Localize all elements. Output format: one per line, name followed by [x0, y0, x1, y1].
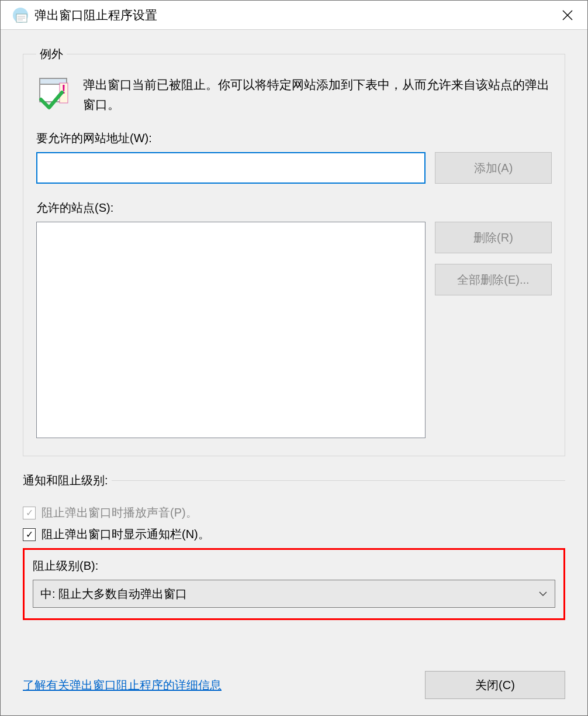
show-notification-bar-checkbox-row[interactable]: ✓ 阻止弹出窗口时显示通知栏(N)。 — [23, 526, 565, 542]
close-button[interactable]: 关闭(C) — [425, 671, 565, 699]
document-check-icon: ! — [36, 75, 71, 110]
exceptions-legend: 例外 — [36, 46, 67, 62]
info-row: ! 弹出窗口当前已被阻止。你可以将特定网站添加到下表中，从而允许来自该站点的弹出… — [36, 75, 552, 114]
play-sound-label: 阻止弹出窗口时播放声音(P)。 — [41, 505, 198, 521]
checkbox-icon: ✓ — [23, 528, 36, 541]
blocking-level-select[interactable]: 中: 阻止大多数自动弹出窗口 — [33, 580, 555, 608]
play-sound-checkbox-row[interactable]: ✓ 阻止弹出窗口时播放声音(P)。 — [23, 505, 565, 521]
exceptions-group: 例外 ! 弹出窗口当前已被阻止。你可以将特定网站添加到下表中，从而允许来自该站点… — [23, 46, 565, 456]
popup-blocker-settings-dialog: 弹出窗口阻止程序设置 例外 ! 弹出窗口当前已被阻止。你可以将特定网站添加到下表… — [0, 0, 588, 716]
address-input-row: 添加(A) — [36, 152, 552, 184]
learn-more-link[interactable]: 了解有关弹出窗口阻止程序的详细信息 — [23, 677, 222, 693]
allowed-sites-row: 删除(R) 全部删除(E)... — [36, 222, 552, 438]
remove-button[interactable]: 删除(R) — [435, 222, 552, 253]
info-text: 弹出窗口当前已被阻止。你可以将特定网站添加到下表中，从而允许来自该站点的弹出窗口… — [83, 75, 552, 114]
close-icon[interactable] — [550, 1, 585, 29]
titlebar: 弹出窗口阻止程序设置 — [1, 1, 587, 30]
blocking-level-highlight: 阻止级别(B): 中: 阻止大多数自动弹出窗口 — [23, 548, 565, 620]
add-button[interactable]: 添加(A) — [435, 152, 552, 184]
notifications-group: 通知和阻止级别: ✓ 阻止弹出窗口时播放声音(P)。 ✓ 阻止弹出窗口时显示通知… — [23, 473, 565, 620]
blocking-level-label: 阻止级别(B): — [33, 558, 555, 574]
app-icon — [12, 7, 29, 23]
dialog-footer: 了解有关弹出窗口阻止程序的详细信息 关闭(C) — [1, 659, 587, 715]
address-label: 要允许的网站地址(W): — [36, 130, 552, 146]
remove-all-button[interactable]: 全部删除(E)... — [435, 264, 552, 295]
dialog-content: 例外 ! 弹出窗口当前已被阻止。你可以将特定网站添加到下表中，从而允许来自该站点… — [1, 30, 587, 659]
blocking-level-value: 中: 阻止大多数自动弹出窗口 — [40, 586, 187, 602]
allowed-sites-label: 允许的站点(S): — [36, 200, 552, 216]
notifications-legend: 通知和阻止级别: — [23, 473, 112, 488]
list-buttons-column: 删除(R) 全部删除(E)... — [435, 222, 552, 438]
checkbox-icon: ✓ — [23, 507, 36, 519]
chevron-down-icon — [538, 588, 548, 599]
address-input[interactable] — [36, 152, 426, 184]
dialog-title: 弹出窗口阻止程序设置 — [34, 7, 550, 23]
allowed-sites-listbox[interactable] — [36, 222, 426, 438]
show-bar-label: 阻止弹出窗口时显示通知栏(N)。 — [41, 526, 210, 542]
